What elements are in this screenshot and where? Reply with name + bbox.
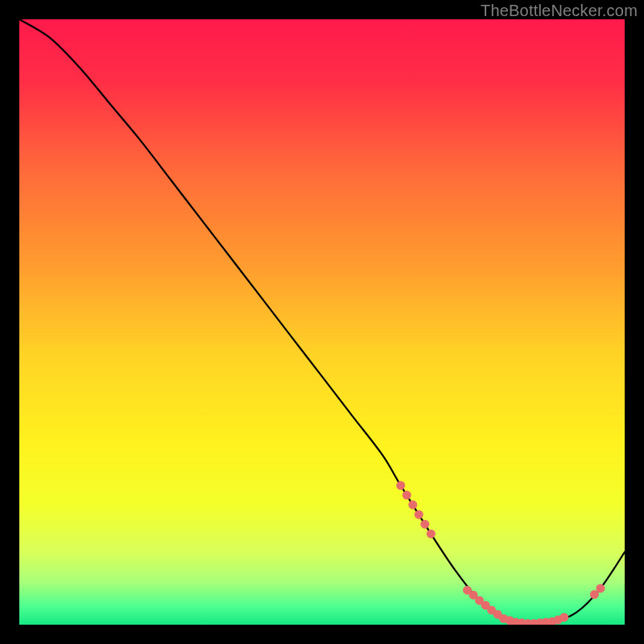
highlight-dot (408, 501, 417, 510)
highlight-dot (415, 510, 423, 519)
highlight-dot (427, 530, 436, 539)
bottleneck-chart (19, 19, 625, 625)
highlight-dot (396, 481, 405, 490)
attribution-text: TheBottleNecker.com (481, 2, 638, 20)
chart-frame: TheBottleNecker.com (0, 0, 644, 644)
highlight-dot (559, 613, 568, 621)
highlight-dot (402, 491, 411, 500)
plot-area (19, 19, 625, 625)
gradient-background (19, 19, 625, 625)
highlight-dot (420, 520, 429, 529)
highlight-dot (596, 584, 605, 592)
